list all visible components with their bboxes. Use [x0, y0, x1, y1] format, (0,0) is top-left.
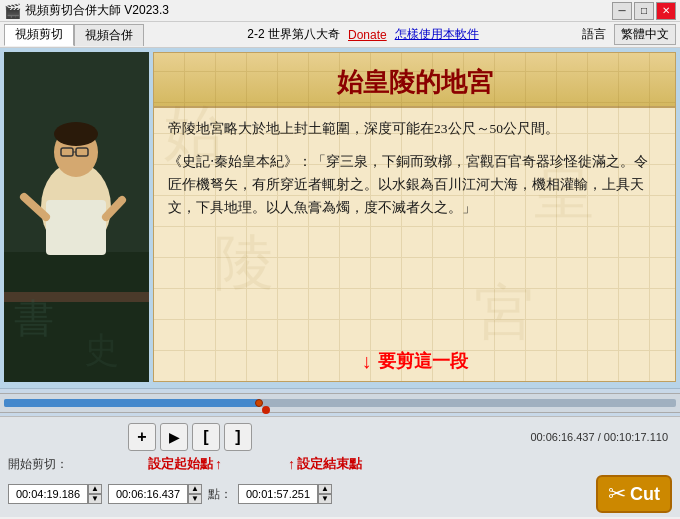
main-area: 書 史 始 皇 陵 宮 始皇陵的地宮 帝陵地宮略大於地上封土範圍，深度可能在23… [0, 48, 680, 388]
end-time-group: ▲ ▼ [238, 484, 332, 504]
mid-time-down[interactable]: ▼ [188, 494, 202, 504]
up-arrow-end-icon: ↑ [288, 456, 295, 472]
how-to-use-link[interactable]: 怎樣使用本軟件 [395, 26, 479, 43]
controls-top-row: + ▶ [ ] 00:06:16.437 / 00:10:17.110 [8, 423, 672, 451]
maximize-button[interactable]: □ [634, 2, 654, 20]
menu-center: 2-2 世界第八大奇 Donate 怎樣使用本軟件 [144, 26, 582, 43]
set-end-annotation: ↑ 設定結束點 [288, 455, 362, 473]
app-title: 視頻剪切合併大師 V2023.3 [25, 2, 169, 19]
end-label: 點： [208, 486, 232, 503]
end-time-up[interactable]: ▲ [318, 484, 332, 494]
set-start-text: 設定起始點 [148, 455, 213, 473]
timeline-cursor [255, 399, 263, 407]
slide-bg-pattern [154, 53, 675, 381]
controls-container: + ▶ [ ] 00:06:16.437 / 00:10:17.110 開始剪切… [0, 416, 680, 517]
add-button[interactable]: + [128, 423, 156, 451]
donate-link[interactable]: Donate [348, 28, 387, 42]
menu-right: 語言 繁體中文 [582, 24, 676, 45]
timeline-area[interactable] [0, 393, 680, 413]
mid-time-spinner: ▲ ▼ [188, 484, 202, 504]
start-time-input[interactable] [8, 484, 88, 504]
controls-bottom-row: ▲ ▼ ▲ ▼ 點： ▲ ▼ ✂ Cut [8, 475, 672, 513]
end-time-input[interactable] [238, 484, 318, 504]
timeline-section [0, 388, 680, 416]
slide-annotation: ↓ 要剪這一段 [362, 349, 468, 373]
svg-point-6 [54, 122, 98, 146]
set-start-annotation: 設定起始點 ↑ [148, 455, 222, 473]
cut-button[interactable]: ✂ Cut [596, 475, 672, 513]
video-display: 書 史 [4, 52, 149, 382]
cut-label: Cut [630, 484, 660, 505]
close-button[interactable]: ✕ [656, 2, 676, 20]
window-controls: ─ □ ✕ [612, 2, 676, 20]
minimize-button[interactable]: ─ [612, 2, 632, 20]
mark-end-button[interactable]: ] [224, 423, 252, 451]
tab-video-merge[interactable]: 視頻合併 [74, 24, 144, 46]
annotation-row: 開始剪切： 設定起始點 ↑ ↑ 設定結束點 [8, 453, 672, 475]
start-time-spinner: ▲ ▼ [88, 484, 102, 504]
mid-time-input[interactable] [108, 484, 188, 504]
svg-text:書: 書 [14, 296, 54, 340]
start-time-up[interactable]: ▲ [88, 484, 102, 494]
timeline-track[interactable] [4, 399, 676, 407]
start-time-group: ▲ ▼ [8, 484, 102, 504]
episode-label: 2-2 世界第八大奇 [247, 26, 340, 43]
svg-text:史: 史 [84, 330, 119, 369]
annotation-label: 要剪這一段 [378, 349, 468, 373]
lang-selector[interactable]: 繁體中文 [614, 24, 676, 45]
app-icon: 🎬 [4, 3, 21, 19]
down-arrow-icon: ↓ [362, 350, 372, 373]
mark-start-button[interactable]: [ [192, 423, 220, 451]
up-arrow-start-icon: ↑ [215, 456, 222, 472]
start-time-down[interactable]: ▼ [88, 494, 102, 504]
set-end-text: 設定結束點 [297, 455, 362, 473]
time-total-display: 00:06:16.437 / 00:10:17.110 [252, 431, 672, 443]
slide-panel: 始 皇 陵 宮 始皇陵的地宮 帝陵地宮略大於地上封土範圍，深度可能在23公尺～5… [153, 52, 676, 382]
video-panel: 書 史 [4, 52, 149, 382]
menu-bar: 視頻剪切 視頻合併 2-2 世界第八大奇 Donate 怎樣使用本軟件 語言 繁… [0, 22, 680, 48]
playback-buttons: + ▶ [ ] [128, 423, 252, 451]
mid-time-up[interactable]: ▲ [188, 484, 202, 494]
end-time-spinner: ▲ ▼ [318, 484, 332, 504]
start-cut-label: 開始剪切： [8, 456, 68, 473]
title-bar: 🎬 視頻剪切合併大師 V2023.3 ─ □ ✕ [0, 0, 680, 22]
tab-video-cut[interactable]: 視頻剪切 [4, 24, 74, 46]
title-bar-left: 🎬 視頻剪切合併大師 V2023.3 [4, 2, 169, 19]
end-time-down[interactable]: ▼ [318, 494, 332, 504]
mid-time-group: ▲ ▼ [108, 484, 202, 504]
svg-rect-5 [46, 200, 106, 255]
timeline-marker-dot [262, 406, 270, 414]
play-button[interactable]: ▶ [160, 423, 188, 451]
lang-label: 語言 [582, 26, 606, 43]
cut-icon: ✂ [608, 481, 626, 507]
timeline-progress [4, 399, 259, 407]
presenter-video: 書 史 [4, 52, 149, 382]
